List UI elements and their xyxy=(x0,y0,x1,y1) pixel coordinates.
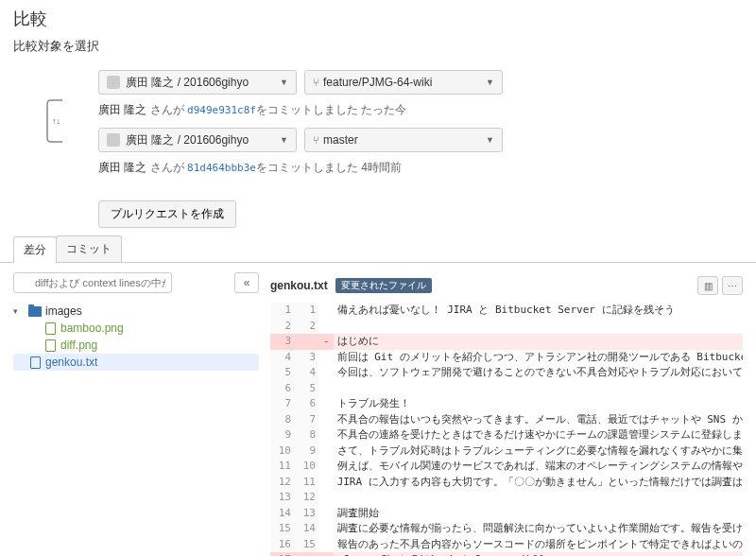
avatar-icon xyxy=(107,76,120,89)
diff-line: 11備えあれば憂いなし！ JIRA と Bitbucket Server に記録… xyxy=(270,303,743,319)
create-pull-request-button[interactable]: プルリクエストを作成 xyxy=(98,200,236,228)
diff-line: 76トラブル発生！ xyxy=(270,396,743,412)
file-icon xyxy=(45,322,56,335)
caret-icon: ▼ xyxy=(486,135,494,145)
svg-text:↑↓: ↑↓ xyxy=(52,116,60,126)
tree-folder[interactable]: ▾ images xyxy=(13,303,259,320)
file-icon xyxy=(30,356,41,369)
file-tree: ▾ images bamboo.png diff.png genkou.txt xyxy=(13,303,259,371)
target-repo-name: 201606gihyo xyxy=(183,133,249,147)
source-repo-user: 廣田 隆之 xyxy=(126,75,174,91)
diff-line: 1312 xyxy=(270,490,743,506)
diff-line: 54今回は、ソフトウェア開発で避けることのできない不具合対応やトラブル対応におい… xyxy=(270,365,743,381)
file-icon xyxy=(45,339,56,352)
tree-file[interactable]: bamboo.png xyxy=(13,320,259,337)
target-commit-link[interactable]: 81d464bbb3e xyxy=(187,162,256,174)
avatar-icon xyxy=(107,133,120,147)
folder-icon xyxy=(28,306,42,317)
target-branch-dropdown[interactable]: ⑂ master ▼ xyxy=(304,128,503,152)
diff-line: 17-<ScreenShot:Bitbucket Server diff> xyxy=(270,552,743,556)
branch-icon: ⑂ xyxy=(313,77,319,88)
tree-folder-label: images xyxy=(45,304,82,318)
diff-line: 1110例えば、モバイル関連のサービスであれば、端末のオペレーティングシステムの… xyxy=(270,459,743,475)
collapse-tree-button[interactable]: « xyxy=(234,272,259,293)
target-repo-dropdown[interactable]: 廣田 隆之 / 201606gihyo ▼ xyxy=(98,128,297,152)
diff-line: 98不具合の連絡を受けたときはできるだけ速やかにチームの課題管理システムに登録し… xyxy=(270,427,743,443)
source-branch: feature/PJMG-64-wiki xyxy=(323,76,432,89)
diff-line: 22 xyxy=(270,319,743,335)
swap-branches-button[interactable]: ↑↓ xyxy=(43,98,68,144)
diff-line: 43前回は Git のメリットを紹介しつつ、アトラシアン社の開発ツールである B… xyxy=(270,350,743,366)
tree-file-label: diff.png xyxy=(60,339,97,352)
diff-filter-input[interactable] xyxy=(13,272,172,293)
diff-line: 65 xyxy=(270,381,743,397)
page-subtitle: 比較対象を選択 xyxy=(0,34,756,66)
caret-icon: ▼ xyxy=(280,78,288,87)
target-commit-info: 廣田 隆之 さんが 81d464bbb3eをコミットしました 4時間前 xyxy=(98,156,743,185)
caret-icon: ▼ xyxy=(280,135,288,145)
tree-file-label: bamboo.png xyxy=(60,321,124,335)
source-branch-dropdown[interactable]: ⑂ feature/PJMG-64-wiki ▼ xyxy=(304,70,503,95)
page-title: 比較 xyxy=(0,0,756,34)
diff-line: 87不具合の報告はいつも突然やってきます。メール、電話、最近ではチャットや SN… xyxy=(270,412,743,428)
diff-view-toggle-button[interactable]: ▥ xyxy=(697,276,718,295)
source-commit-link[interactable]: d949e931c8f xyxy=(187,104,256,116)
diff-more-button[interactable]: ⋯ xyxy=(722,276,743,295)
diff-line: 1615報告のあった不具合内容からソースコードの場所をピンポイントで特定できれば… xyxy=(270,537,743,553)
tree-file[interactable]: genkou.txt xyxy=(13,354,259,371)
diff-line: 1211JIRA に入力する内容も大切です。「〇〇が動きません」といった情報だけ… xyxy=(270,475,743,491)
tree-file-label: genkou.txt xyxy=(45,356,97,369)
diff-filename: genkou.txt xyxy=(270,279,328,292)
target-repo-user: 廣田 隆之 xyxy=(126,132,174,148)
tab-commits[interactable]: コミット xyxy=(56,235,122,262)
diff-line: 3-はじめに xyxy=(270,334,743,350)
diff-line: 1413調査開始 xyxy=(270,506,743,522)
source-repo-name: 201606gihyo xyxy=(183,76,249,89)
diff-status-badge: 変更されたファイル xyxy=(335,278,432,293)
caret-icon: ▼ xyxy=(486,78,494,87)
tree-file[interactable]: diff.png xyxy=(13,337,259,354)
source-commit-info: 廣田 隆之 さんが d949e931c8fをコミットしました たった今 xyxy=(98,98,743,128)
diff-line: 109さて、トラブル対応時はトラブルシューティングに必要な情報を漏れなくすみやか… xyxy=(270,443,743,460)
source-repo-dropdown[interactable]: 廣田 隆之 / 201606gihyo ▼ xyxy=(98,70,297,95)
diff-table: 11備えあれば憂いなし！ JIRA と Bitbucket Server に記録… xyxy=(270,303,743,556)
chevron-down-icon: ▾ xyxy=(13,306,25,316)
diff-line: 1514調査に必要な情報が揃ったら、問題解決に向かっていよいよ作業開始です。報告… xyxy=(270,521,743,537)
branch-icon: ⑂ xyxy=(313,134,319,146)
target-branch: master xyxy=(323,133,358,147)
tab-diff[interactable]: 差分 xyxy=(13,236,57,263)
